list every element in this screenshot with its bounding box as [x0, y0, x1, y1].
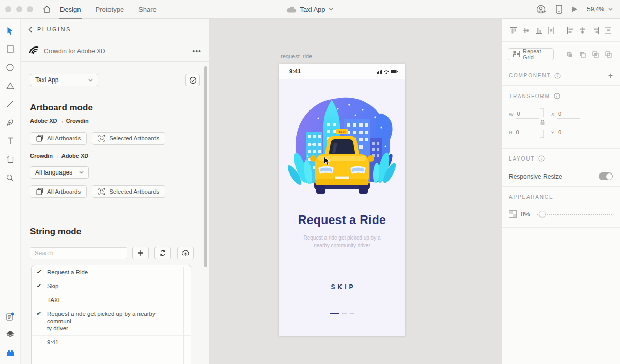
responsive-resize-toggle[interactable] — [599, 172, 613, 180]
component-heading: COMPONENT — [509, 73, 551, 78]
plugin-menu-button[interactable]: ••• — [192, 50, 202, 53]
close-window-icon[interactable] — [5, 6, 11, 12]
all-artboards-button[interactable]: All Artboards — [30, 185, 87, 198]
panel-scrollbar[interactable] — [204, 66, 207, 267]
appearance-section: APPEARANCE 0% — [502, 187, 620, 218]
distribute-vertical-button[interactable] — [546, 24, 557, 37]
design-canvas[interactable]: request_ride 9:41 — [210, 19, 501, 364]
add-component-button[interactable]: + — [608, 71, 613, 81]
string-list-item[interactable]: ✔Request a ride get picked up by a nearb… — [32, 307, 191, 336]
artboard-tool[interactable] — [3, 152, 18, 166]
ellipse-icon — [6, 64, 14, 71]
zoom-tool[interactable] — [3, 170, 18, 185]
opacity-row: 0% — [509, 210, 613, 218]
boolean-subtract-button[interactable] — [577, 48, 588, 60]
play-preview-button[interactable] — [571, 6, 578, 13]
lock-aspect-icon[interactable] — [540, 119, 545, 125]
text-tool-icon — [7, 137, 14, 145]
boolean-add-button[interactable] — [564, 48, 575, 60]
project-select[interactable]: Taxi App — [30, 74, 98, 86]
text-tool[interactable] — [3, 133, 18, 148]
transform-section: TRANSFORM W X H Y — [502, 86, 620, 149]
sync-strings-button[interactable] — [154, 247, 171, 259]
width-label: W — [509, 112, 514, 117]
phone-status-bar: 9:41 — [279, 64, 405, 79]
zoom-window-icon[interactable] — [27, 6, 33, 12]
object-toolbar: Repeat Grid — [502, 42, 620, 66]
x-label: X — [551, 112, 554, 117]
width-field[interactable] — [516, 110, 539, 119]
artboard-request-ride[interactable]: 9:41 — [279, 64, 405, 336]
string-list-item[interactable]: ✔Request a Ride — [32, 265, 191, 279]
home-icon — [42, 5, 51, 13]
section-divider — [502, 227, 620, 228]
all-artboards-button[interactable]: All Artboards — [30, 132, 87, 145]
string-mode-heading: String mode — [30, 227, 81, 237]
opacity-slider[interactable] — [537, 211, 613, 217]
pen-icon — [6, 118, 14, 126]
tab-design[interactable]: Design — [60, 0, 81, 19]
upload-strings-button[interactable] — [177, 247, 194, 259]
home-button[interactable] — [42, 5, 51, 13]
polygon-tool[interactable] — [3, 78, 18, 93]
pen-tool[interactable] — [3, 115, 18, 130]
plugins-panel-button[interactable] — [3, 346, 18, 360]
list-scrollbar-track[interactable] — [183, 267, 184, 364]
search-input[interactable] — [30, 247, 127, 259]
device-preview-button[interactable] — [556, 5, 562, 14]
tab-prototype[interactable]: Prototype — [95, 0, 124, 19]
plugin-title: Crowdin for Adobe XD — [44, 48, 188, 55]
distribute-horizontal-button[interactable] — [602, 24, 614, 37]
opacity-slider-knob[interactable] — [539, 211, 546, 217]
y-field[interactable] — [557, 129, 580, 137]
screen-subtitle[interactable]: Request a ride get picked up by a nearby… — [279, 234, 405, 249]
share-invite-button[interactable] — [536, 5, 547, 14]
project-select-value: Taxi App — [35, 76, 58, 84]
window-controls[interactable] — [5, 6, 33, 12]
rectangle-tool[interactable] — [3, 42, 18, 56]
align-bottom-button[interactable] — [533, 24, 545, 37]
screen-subtitle-line2: nearby community driver — [279, 242, 405, 249]
layers-button[interactable] — [3, 327, 18, 342]
minimize-window-icon[interactable] — [16, 6, 22, 12]
plugins-page-button[interactable] — [3, 309, 18, 324]
boolean-exclude-button[interactable] — [602, 48, 614, 60]
align-top-button[interactable] — [508, 24, 519, 37]
plugins-panel: PLUGINS Crowdin for Adobe XD ••• Taxi Ap… — [21, 19, 209, 364]
line-tool[interactable] — [3, 97, 18, 111]
string-text: TAXI — [47, 297, 60, 303]
boolean-intersect-button[interactable] — [590, 48, 601, 60]
zoom-level-control[interactable]: 59,4% — [587, 6, 613, 13]
xd-to-crowdin-label: Adobe XD → Crowdin — [30, 118, 89, 124]
validate-project-button[interactable] — [185, 74, 200, 86]
string-list-item[interactable]: ✔Skip — [32, 279, 191, 293]
plugins-back-label: PLUGINS — [37, 26, 71, 33]
selected-artboards-button[interactable]: Selected Artboards — [92, 185, 165, 198]
ellipse-tool[interactable] — [3, 60, 18, 74]
layout-section: LAYOUT Responsive Resize — [502, 149, 620, 187]
tab-design-label: Design — [60, 6, 81, 13]
x-field[interactable] — [557, 110, 580, 119]
stacked-artboards-icon — [36, 135, 43, 142]
plugins-panel-header[interactable]: PLUGINS — [21, 19, 209, 40]
string-list-item[interactable]: 9:41 — [32, 336, 191, 349]
string-list-item[interactable]: TAXI — [32, 293, 191, 307]
translated-check-icon: ✔ — [36, 268, 41, 275]
page-indicator — [279, 313, 405, 314]
height-field[interactable] — [515, 129, 538, 137]
skip-button[interactable]: SKIP — [279, 283, 405, 291]
tab-share[interactable]: Share — [138, 0, 157, 19]
artboard-name-label[interactable]: request_ride — [281, 53, 312, 59]
screen-title[interactable]: Request a Ride — [279, 213, 405, 227]
add-string-button[interactable] — [132, 247, 149, 259]
select-tool[interactable] — [3, 24, 18, 38]
align-center-button[interactable] — [577, 24, 588, 37]
repeat-grid-button[interactable]: Repeat Grid — [508, 48, 554, 60]
check-circle-icon — [189, 76, 197, 84]
align-middle-button[interactable] — [520, 24, 532, 37]
document-title-menu[interactable]: Taxi App — [286, 0, 333, 19]
align-left-button[interactable] — [565, 24, 576, 37]
languages-select[interactable]: All languages — [30, 166, 89, 179]
selected-artboards-button[interactable]: Selected Artboards — [92, 132, 165, 145]
align-right-button[interactable] — [590, 24, 601, 37]
